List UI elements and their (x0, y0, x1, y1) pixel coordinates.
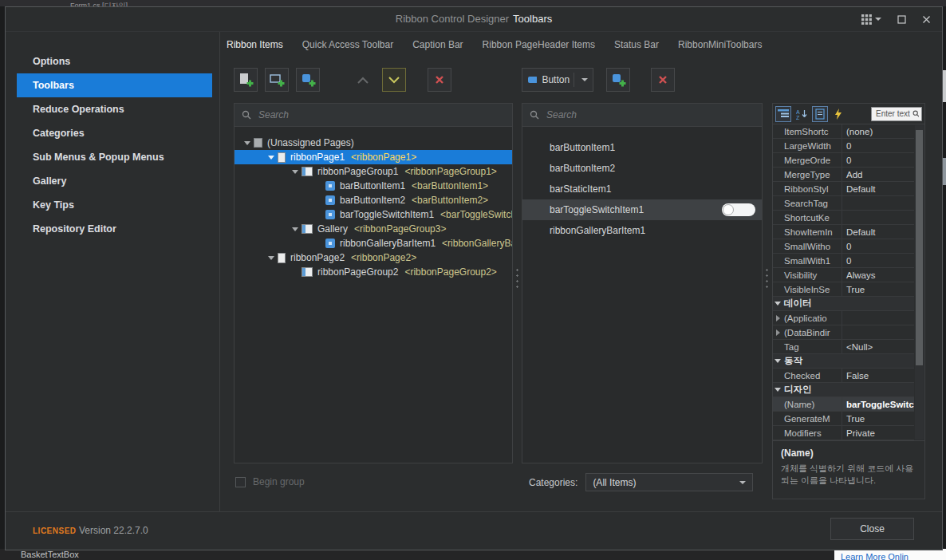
sidebar-item-repository-editor[interactable]: Repository Editor (6, 217, 219, 241)
tree-node-barbuttonitem1[interactable]: barButtonItem1<barButtonItem1> (235, 179, 512, 193)
property-row[interactable]: SmallWith10 (773, 254, 914, 268)
tree-node-ribbonpage2[interactable]: ribbonPage2<ribbonPage2> (235, 250, 512, 265)
property-search-input[interactable] (874, 108, 912, 119)
sidebar-item-sub-menus-popup-menus[interactable]: Sub Menus & Popup Menus (6, 145, 219, 169)
tab-caption-bar[interactable]: Caption Bar (412, 39, 463, 50)
property-gutter[interactable] (773, 311, 782, 325)
add-item-button[interactable] (296, 68, 320, 92)
property-value[interactable]: Private (842, 426, 914, 440)
dialog-titlebar[interactable]: Ribbon Control DesignerToolbars (6, 7, 942, 32)
move-up-button[interactable] (351, 68, 375, 92)
move-down-button[interactable] (382, 68, 406, 92)
property-row[interactable]: MergeOrde0 (773, 153, 914, 168)
add-page-button[interactable] (234, 68, 258, 92)
property-gutter[interactable] (773, 325, 782, 339)
tab-ribbonminitoolbars[interactable]: RibbonMiniToolbars (678, 39, 762, 50)
tree-node-barbuttonitem2[interactable]: barButtonItem2<barButtonItem2> (235, 193, 512, 207)
tab-ribbon-items[interactable]: Ribbon Items (227, 39, 283, 50)
sidebar-item-options[interactable]: Options (6, 49, 219, 73)
delete-node-button[interactable] (428, 68, 451, 92)
sidebar-item-gallery[interactable]: Gallery (6, 169, 219, 193)
bar-item-row-bartoggleswitchitem1[interactable]: barToggleSwitchItem1 (522, 199, 762, 220)
property-row[interactable]: RibbonStylDefault (773, 182, 914, 196)
categorized-view-button[interactable] (775, 106, 791, 122)
expander-icon[interactable] (268, 254, 275, 262)
expander-icon[interactable] (268, 154, 275, 161)
tree-node-unassigned-pages[interactable]: (Unassigned Pages) (235, 136, 512, 150)
property-row[interactable]: ModifiersPrivate (773, 426, 914, 440)
close-button[interactable]: Close (830, 518, 914, 540)
sidebar-item-key-tips[interactable]: Key Tips (6, 193, 219, 217)
list-search-input[interactable] (545, 108, 755, 121)
tab-ribbon-pageheader-items[interactable]: Ribbon PageHeader Items (483, 39, 595, 50)
tree-node-bartoggleswitchitem1[interactable]: barToggleSwitchItem1<barToggleSwitchItem… (235, 207, 512, 222)
property-value[interactable]: (none) (842, 124, 914, 138)
property-row[interactable]: SmallWitho0 (773, 239, 914, 254)
category-expander[interactable] (773, 297, 782, 310)
property-scrollbar[interactable] (915, 125, 924, 440)
property-category-row[interactable]: 동작 (773, 354, 914, 369)
expander-icon[interactable] (244, 140, 251, 147)
property-value[interactable]: Always (842, 268, 914, 282)
bar-item-row-ribbongallerybaritem1[interactable]: ribbonGalleryBarItem1 (522, 220, 762, 241)
learn-more-link[interactable]: Learn More Onlin (841, 552, 909, 560)
property-row[interactable]: ShowItemInDefault (773, 225, 914, 239)
category-expander[interactable] (773, 383, 782, 396)
property-row[interactable]: VisibilityAlways (773, 268, 914, 282)
toggle-switch[interactable] (722, 203, 755, 216)
panel-splitter[interactable] (514, 267, 520, 291)
property-value[interactable]: barToggleSwitchItem1 (842, 397, 914, 411)
panel-splitter[interactable] (764, 267, 770, 291)
property-row[interactable]: LargeWidth0 (773, 139, 914, 153)
sidebar-item-reduce-operations[interactable]: Reduce Operations (6, 97, 219, 121)
expander-icon[interactable] (292, 226, 299, 233)
category-expander[interactable] (773, 354, 782, 368)
bar-item-type-dropdown[interactable]: Button (522, 68, 593, 92)
tree-node-gallery[interactable]: Gallery<ribbonPageGroup3> (235, 222, 512, 236)
tree-node-ribbongallerybaritem1[interactable]: ribbonGalleryBarItem1<ribbonGalleryBarIt… (235, 236, 512, 250)
layout-grid-button[interactable] (861, 14, 881, 25)
property-row[interactable]: (Applicatio (773, 311, 914, 325)
property-value[interactable] (842, 311, 914, 325)
property-value[interactable] (842, 325, 914, 339)
property-value[interactable]: True (842, 412, 914, 425)
property-row[interactable]: MergeTypeAdd (773, 168, 914, 182)
add-bar-item-button[interactable] (606, 68, 630, 92)
tab-quick-access-toolbar[interactable]: Quick Access Toolbar (302, 39, 394, 50)
property-row[interactable]: Tag<Null> (773, 340, 914, 354)
events-button[interactable] (830, 106, 846, 122)
bar-item-row-barbuttonitem1[interactable]: barButtonItem1 (522, 137, 762, 158)
property-value[interactable]: Default (842, 182, 914, 195)
expander-icon[interactable] (292, 168, 299, 175)
property-pages-button[interactable] (812, 106, 828, 122)
property-value[interactable]: <Null> (842, 340, 914, 353)
tree-node-ribbonpagegroup2[interactable]: ribbonPageGroup2<ribbonPageGroup2> (235, 265, 512, 279)
property-row[interactable]: CheckedFalse (773, 369, 914, 383)
property-row[interactable]: SearchTag (773, 196, 914, 211)
bar-item-row-barstaticitem1[interactable]: barStaticItem1 (522, 179, 762, 199)
delete-bar-item-button[interactable] (651, 68, 675, 92)
property-value[interactable]: 0 (842, 254, 914, 267)
list-search-box[interactable] (522, 104, 762, 127)
property-row[interactable]: ItemShortc(none) (773, 124, 914, 139)
property-category-row[interactable]: 데이터 (773, 297, 914, 311)
property-value[interactable]: 0 (842, 239, 914, 253)
tree-node-ribbonpagegroup1[interactable]: ribbonPageGroup1<ribbonPageGroup1> (235, 164, 512, 179)
chevron-right-icon[interactable] (776, 315, 780, 321)
tree-node-ribbonpage1[interactable]: ribbonPage1<ribbonPage1> (235, 150, 512, 164)
property-value[interactable] (842, 196, 914, 210)
bar-item-row-barbuttonitem2[interactable]: barButtonItem2 (522, 158, 762, 179)
add-group-button[interactable] (265, 68, 289, 92)
chevron-right-icon[interactable] (776, 329, 780, 336)
property-value[interactable]: Add (842, 168, 914, 181)
property-value[interactable]: Default (842, 225, 914, 239)
maximize-button[interactable] (897, 15, 906, 24)
property-row[interactable]: ShortcutKe (773, 211, 914, 225)
property-row[interactable]: (DataBindir (773, 325, 914, 340)
begin-group-checkbox[interactable] (235, 477, 246, 487)
tab-status-bar[interactable]: Status Bar (614, 39, 659, 50)
property-row[interactable]: GenerateMTrue (773, 412, 914, 426)
scrollbar-thumb[interactable] (916, 130, 923, 365)
tree-search-box[interactable] (235, 104, 512, 127)
categories-dropdown[interactable]: (All Items) (585, 473, 753, 491)
